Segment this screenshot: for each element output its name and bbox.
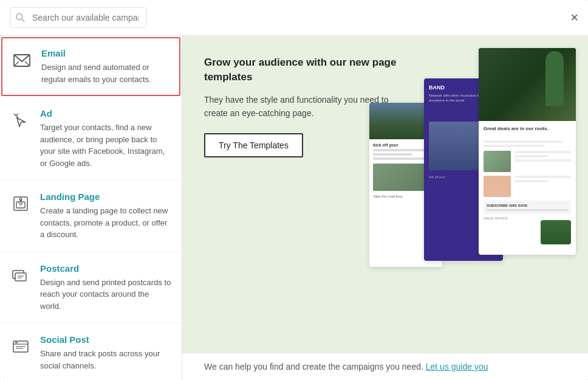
svg-rect-20 <box>15 342 18 344</box>
sidebar: Email Design and send automated or regul… <box>0 36 182 380</box>
sidebar-item-social-post[interactable]: Social Post Share and track posts across… <box>0 323 182 380</box>
mini-photo-1 <box>484 151 511 172</box>
search-icon <box>16 13 25 22</box>
try-templates-button[interactable]: Try The Templates <box>204 133 303 157</box>
green-plant-image <box>541 220 571 244</box>
landing-page-icon <box>10 193 32 215</box>
mini-line-2 <box>514 155 549 157</box>
preview-images: kick off your Take the road less <box>333 42 588 353</box>
main-content: Grow your audience with our new page tem… <box>182 36 588 380</box>
svg-line-3 <box>14 61 19 66</box>
ad-desc: Target your contacts, find a new audienc… <box>40 122 172 169</box>
postcard-desc: Design and send printed postcards to rea… <box>40 277 172 313</box>
search-input[interactable] <box>10 7 146 28</box>
footer-text: We can help you find and create the camp… <box>204 362 423 371</box>
email-title: Email <box>41 48 171 58</box>
footer-bar: We can help you find and create the camp… <box>182 353 588 380</box>
landing-page-item-text: Landing Page Create a landing page to co… <box>40 192 172 241</box>
sidebar-item-landing-page[interactable]: Landing Page Create a landing page to co… <box>0 181 182 252</box>
body-line-2 <box>484 145 545 147</box>
social-post-item-text: Social Post Share and track posts across… <box>40 334 172 371</box>
card-right-row-1 <box>484 151 571 172</box>
great-deals-text: Great deals are in our roots. <box>479 121 576 137</box>
email-icon <box>11 49 33 71</box>
mini-line-5 <box>514 180 549 182</box>
nature-card-body: SUBSCRIBE AND SAVE SAGE ADVICE <box>479 137 576 255</box>
svg-line-1 <box>22 19 24 22</box>
mini-line-3 <box>514 159 571 162</box>
sidebar-item-ad[interactable]: Ad Target your contacts, find a new audi… <box>0 97 182 181</box>
mini-text-2 <box>514 176 571 197</box>
mini-text-1 <box>514 151 571 172</box>
modal-body: Email Design and send automated or regul… <box>0 36 588 380</box>
mini-photo-portrait <box>484 176 511 197</box>
mini-line-1 <box>514 151 571 153</box>
landing-page-desc: Create a landing page to collect new con… <box>40 205 172 241</box>
subscribe-text: SUBSCRIBE AND SAVE <box>487 204 568 207</box>
sidebar-item-email[interactable]: Email Design and send automated or regul… <box>1 37 180 96</box>
body-line-1 <box>484 140 562 143</box>
social-post-desc: Share and track posts across your social… <box>40 348 172 371</box>
ad-item-text: Ad Target your contacts, find a new audi… <box>40 108 172 169</box>
subscribe-box: SUBSCRIBE AND SAVE <box>484 201 571 214</box>
ad-icon <box>10 109 32 131</box>
landing-page-title: Landing Page <box>40 192 172 202</box>
nature-card-inner: Great deals are in our roots. <box>479 48 576 255</box>
social-post-title: Social Post <box>40 334 172 345</box>
svg-rect-10 <box>16 202 25 208</box>
search-wrap <box>10 7 561 28</box>
email-item-text: Email Design and send automated or regul… <box>41 48 171 85</box>
svg-line-5 <box>14 114 16 116</box>
modal-header: × <box>0 0 588 36</box>
subscribe-line <box>487 209 568 211</box>
text-line-2 <box>373 153 412 156</box>
postcard-title: Postcard <box>40 263 172 274</box>
cactus-image <box>479 48 576 121</box>
ad-title: Ad <box>40 108 172 119</box>
email-desc: Design and send automated or regular ema… <box>41 61 171 85</box>
preview-card-nature: Great deals are in our roots. <box>479 48 576 255</box>
cactus-background <box>479 48 576 121</box>
sidebar-item-postcard[interactable]: Postcard Design and send printed postcar… <box>0 252 182 324</box>
social-post-icon <box>10 336 32 358</box>
close-button[interactable]: × <box>570 11 578 24</box>
postcard-icon <box>10 264 32 286</box>
svg-marker-8 <box>17 118 26 126</box>
svg-line-4 <box>25 61 30 66</box>
postcard-item-text: Postcard Design and send printed postcar… <box>40 263 172 313</box>
promo-section: Grow your audience with our new page tem… <box>182 36 588 353</box>
guide-link[interactable]: Let us guide you <box>426 362 488 371</box>
modal: × Email Design and send automat <box>0 0 588 380</box>
svg-rect-13 <box>15 273 26 281</box>
card-right-row-2 <box>484 176 571 197</box>
mini-line-4 <box>514 176 571 178</box>
